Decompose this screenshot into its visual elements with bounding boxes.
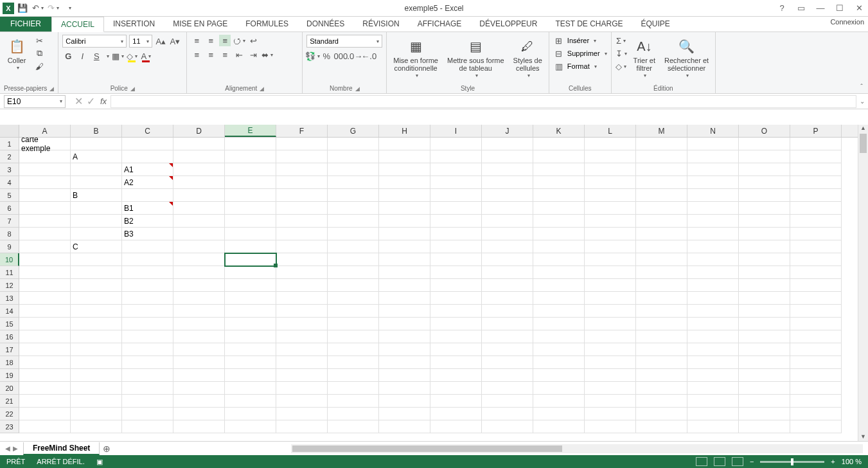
cell[interactable] bbox=[379, 343, 430, 356]
cell[interactable] bbox=[687, 279, 739, 292]
row-header[interactable]: 15 bbox=[0, 318, 19, 330]
cell[interactable] bbox=[687, 356, 739, 369]
cell[interactable] bbox=[636, 240, 687, 253]
cell[interactable] bbox=[328, 253, 379, 266]
zoom-in-icon[interactable]: + bbox=[831, 458, 835, 465]
zoom-level[interactable]: 100 % bbox=[842, 458, 862, 465]
cell[interactable] bbox=[482, 163, 533, 176]
cell[interactable] bbox=[482, 369, 533, 382]
col-header-D[interactable]: D bbox=[173, 125, 225, 137]
row-header[interactable]: 7 bbox=[0, 215, 19, 228]
cell[interactable] bbox=[328, 176, 379, 189]
cell[interactable] bbox=[328, 163, 379, 176]
cell[interactable] bbox=[790, 240, 842, 253]
cell[interactable] bbox=[585, 240, 636, 253]
cell[interactable] bbox=[71, 163, 122, 176]
view-page-layout-icon[interactable] bbox=[714, 457, 725, 466]
cell[interactable] bbox=[328, 343, 379, 356]
cell[interactable] bbox=[739, 369, 790, 382]
cell[interactable] bbox=[122, 189, 173, 202]
cell[interactable] bbox=[71, 395, 122, 408]
cell[interactable] bbox=[379, 330, 430, 343]
cell[interactable] bbox=[19, 330, 71, 343]
cell[interactable] bbox=[379, 202, 430, 215]
cell[interactable] bbox=[71, 292, 122, 305]
cell[interactable] bbox=[19, 292, 71, 305]
cell[interactable] bbox=[739, 279, 790, 292]
cell[interactable] bbox=[173, 343, 225, 356]
cell[interactable] bbox=[533, 305, 585, 318]
decrease-indent-icon[interactable]: ⇤ bbox=[233, 49, 245, 60]
cell[interactable] bbox=[276, 240, 328, 253]
cell[interactable] bbox=[225, 369, 276, 382]
cell[interactable] bbox=[379, 253, 430, 266]
col-header-C[interactable]: C bbox=[122, 125, 173, 137]
fill-icon[interactable]: ↧▾ bbox=[616, 48, 627, 59]
vscroll-thumb[interactable] bbox=[860, 134, 867, 153]
row-header[interactable]: 22 bbox=[0, 408, 19, 420]
cell[interactable] bbox=[276, 356, 328, 369]
cell[interactable] bbox=[328, 189, 379, 202]
zoom-slider[interactable] bbox=[760, 461, 824, 463]
cell[interactable] bbox=[739, 408, 790, 420]
cell[interactable] bbox=[173, 240, 225, 253]
tab-developpeur[interactable]: DÉVELOPPEUR bbox=[470, 16, 546, 32]
cell[interactable] bbox=[636, 292, 687, 305]
sheet-tab[interactable]: FreeMind Sheet bbox=[23, 442, 100, 455]
thousands-icon[interactable]: 000 bbox=[335, 50, 346, 62]
cell[interactable] bbox=[585, 279, 636, 292]
cell[interactable] bbox=[276, 163, 328, 176]
cell[interactable] bbox=[122, 330, 173, 343]
cell[interactable] bbox=[379, 215, 430, 228]
cell[interactable] bbox=[739, 240, 790, 253]
cell[interactable] bbox=[173, 369, 225, 382]
cell[interactable] bbox=[225, 356, 276, 369]
bold-button[interactable]: G bbox=[62, 50, 74, 62]
cell[interactable] bbox=[430, 163, 482, 176]
cell[interactable] bbox=[71, 138, 122, 150]
row-header[interactable]: 12 bbox=[0, 279, 19, 292]
cell[interactable] bbox=[585, 266, 636, 279]
cell[interactable] bbox=[687, 240, 739, 253]
cell[interactable] bbox=[687, 253, 739, 266]
cell[interactable] bbox=[328, 292, 379, 305]
cell[interactable] bbox=[225, 279, 276, 292]
cell[interactable] bbox=[482, 356, 533, 369]
cell[interactable]: C bbox=[71, 240, 122, 253]
autosum-icon[interactable]: Σ▾ bbox=[616, 35, 627, 46]
scroll-up-icon[interactable]: ▲ bbox=[858, 125, 868, 134]
number-format-combo[interactable]: Standard▾ bbox=[306, 35, 382, 48]
cell[interactable] bbox=[328, 240, 379, 253]
cell[interactable] bbox=[19, 279, 71, 292]
cell[interactable] bbox=[636, 228, 687, 240]
cell[interactable] bbox=[482, 343, 533, 356]
cell[interactable] bbox=[379, 163, 430, 176]
cell[interactable] bbox=[739, 420, 790, 433]
cell[interactable] bbox=[122, 138, 173, 150]
col-header-P[interactable]: P bbox=[790, 125, 842, 137]
col-header-J[interactable]: J bbox=[482, 125, 533, 137]
cell[interactable] bbox=[328, 356, 379, 369]
row-header[interactable]: 23 bbox=[0, 420, 19, 433]
cell[interactable] bbox=[225, 138, 276, 150]
cell[interactable] bbox=[482, 395, 533, 408]
cell[interactable] bbox=[790, 215, 842, 228]
cell[interactable] bbox=[533, 253, 585, 266]
row-header[interactable]: 5 bbox=[0, 189, 19, 202]
cell[interactable] bbox=[739, 215, 790, 228]
row-header[interactable]: 13 bbox=[0, 292, 19, 305]
cell[interactable] bbox=[276, 292, 328, 305]
cell[interactable] bbox=[482, 266, 533, 279]
cell[interactable]: A1 bbox=[122, 163, 173, 176]
col-header-H[interactable]: H bbox=[379, 125, 430, 137]
cell[interactable] bbox=[790, 292, 842, 305]
cell[interactable] bbox=[533, 343, 585, 356]
cell[interactable] bbox=[687, 343, 739, 356]
cell[interactable] bbox=[379, 318, 430, 330]
cell[interactable] bbox=[225, 343, 276, 356]
wrap-text-icon[interactable]: ↩ bbox=[247, 35, 259, 46]
cell[interactable] bbox=[687, 408, 739, 420]
qat-customize-icon[interactable]: ▾ bbox=[62, 1, 76, 15]
cell[interactable] bbox=[225, 408, 276, 420]
cell[interactable] bbox=[687, 228, 739, 240]
